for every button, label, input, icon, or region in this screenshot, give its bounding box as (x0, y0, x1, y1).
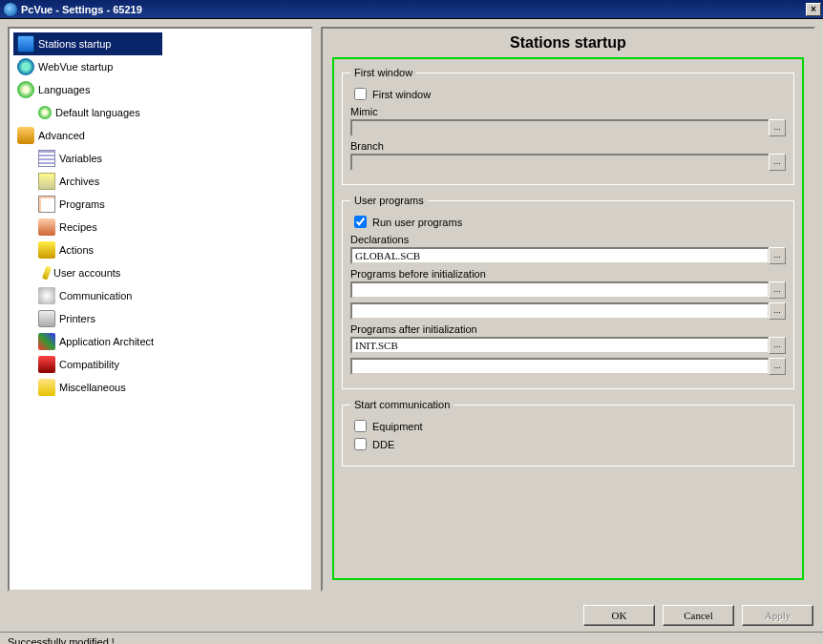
var-icon (38, 150, 55, 167)
comm-icon (38, 287, 55, 304)
titlebar: PcVue - Settings - 65219 × (0, 0, 823, 19)
tree-item-label: Advanced (38, 130, 85, 141)
action-icon (38, 241, 55, 259)
equipment-checkbox[interactable] (354, 420, 367, 432)
apply-button[interactable]: Apply (742, 605, 813, 626)
dialog-button-row: OK Cancel Apply (0, 599, 823, 632)
user-icon (42, 265, 52, 280)
branch-input[interactable] (350, 154, 770, 171)
tree-item-label: Stations startup (38, 38, 111, 50)
before-init-browse-2[interactable]: ... (769, 302, 786, 320)
recipe-icon (38, 218, 55, 236)
status-text: Successfully modified ! (8, 636, 115, 645)
globe-icon (17, 58, 34, 75)
prog-icon (38, 196, 55, 213)
start-communication-group: Start communication Equipment DDE (342, 399, 794, 467)
tree-user-accounts[interactable]: User accounts (13, 261, 307, 284)
tree-application-architect[interactable]: Application Architect (13, 330, 307, 353)
arch2-icon (38, 333, 55, 350)
first-window-group: First window First window Mimic ... Bran… (342, 67, 794, 185)
branch-label: Branch (350, 140, 786, 152)
tree-item-label: Application Architect (59, 336, 154, 347)
before-init-input-1[interactable] (350, 281, 770, 299)
mimic-browse-button[interactable]: ... (769, 119, 786, 136)
tree-default-languages[interactable]: Default languages (13, 101, 307, 124)
equipment-label: Equipment (372, 421, 423, 432)
declarations-label: Declarations (350, 234, 786, 245)
app-icon (4, 3, 17, 16)
before-init-browse-1[interactable]: ... (769, 281, 786, 299)
start-communication-legend: Start communication (350, 399, 454, 410)
before-init-label: Programs before initialization (350, 268, 786, 280)
tree-languages[interactable]: Languages (13, 78, 307, 101)
after-init-label: Programs after initialization (350, 323, 786, 335)
tree-advanced[interactable]: Advanced (13, 124, 307, 147)
panel-title: Stations startup (332, 34, 804, 52)
tree-item-label: Archives (59, 176, 99, 187)
tree-archives[interactable]: Archives (13, 170, 307, 193)
tree-compatibility[interactable]: Compatibility (13, 353, 307, 376)
tree-item-label: Miscellaneous (59, 382, 126, 393)
tree-item-label: User accounts (53, 267, 120, 279)
cancel-button[interactable]: Cancel (663, 605, 734, 626)
misc-icon (38, 379, 55, 396)
tree-item-label: Variables (59, 153, 102, 164)
deflang-icon (38, 106, 52, 119)
tree-webvue-startup[interactable]: WebVue startup (13, 55, 307, 78)
monitor-icon (17, 35, 34, 52)
ok-button[interactable]: OK (583, 605, 655, 626)
tree-stations-startup[interactable]: Stations startup (13, 32, 162, 55)
tree-miscellaneous[interactable]: Miscellaneous (13, 376, 307, 399)
arch-icon (38, 173, 55, 190)
tree-communication[interactable]: Communication (13, 284, 307, 307)
tree-item-label: Recipes (59, 221, 97, 233)
mimic-input[interactable] (350, 119, 770, 136)
run-user-programs-label: Run user programs (372, 217, 462, 228)
tree-actions[interactable]: Actions (13, 239, 307, 261)
lang-icon (17, 81, 34, 98)
branch-browse-button[interactable]: ... (769, 154, 786, 171)
tree-variables[interactable]: Variables (13, 147, 307, 170)
window-title: PcVue - Settings - 65219 (21, 4, 806, 15)
compat-icon (38, 356, 55, 373)
tree-item-label: Actions (59, 244, 94, 256)
after-init-browse-1[interactable]: ... (769, 337, 786, 354)
before-init-input-2[interactable] (350, 302, 770, 320)
tree-recipes[interactable]: Recipes (13, 216, 307, 239)
main-area: Stations startupWebVue startupLanguagesD… (0, 19, 823, 599)
after-init-input-1[interactable] (350, 337, 770, 354)
tree-item-label: WebVue startup (38, 61, 113, 73)
user-programs-group: User programs Run user programs Declarat… (342, 195, 794, 389)
tree-panel: Stations startupWebVue startupLanguagesD… (8, 27, 313, 592)
print-icon (38, 310, 55, 327)
settings-panel: Stations startup First window First wind… (321, 27, 815, 592)
dde-label: DDE (372, 439, 394, 450)
first-window-checkbox-label: First window (372, 89, 431, 100)
adv-icon (17, 127, 34, 144)
dde-checkbox[interactable] (354, 438, 367, 450)
first-window-checkbox[interactable] (354, 88, 367, 100)
tree-item-label: Compatibility (59, 359, 119, 370)
after-init-input-2[interactable] (350, 358, 770, 375)
tree-item-label: Default languages (55, 107, 140, 118)
declarations-browse-button[interactable]: ... (769, 247, 786, 264)
user-programs-legend: User programs (350, 195, 428, 206)
tree-item-label: Programs (59, 198, 105, 210)
statusbar: Successfully modified ! (0, 632, 823, 644)
tree-printers[interactable]: Printers (13, 307, 307, 330)
first-window-legend: First window (350, 67, 416, 78)
tree-item-label: Communication (59, 290, 132, 301)
mimic-label: Mimic (350, 106, 786, 117)
close-button[interactable]: × (806, 3, 821, 16)
after-init-browse-2[interactable]: ... (769, 358, 786, 375)
highlighted-region: First window First window Mimic ... Bran… (332, 57, 804, 580)
tree-programs[interactable]: Programs (13, 193, 307, 216)
run-user-programs-checkbox[interactable] (354, 216, 367, 228)
tree-item-label: Printers (59, 313, 95, 324)
tree-item-label: Languages (38, 84, 90, 95)
declarations-input[interactable] (350, 247, 770, 264)
